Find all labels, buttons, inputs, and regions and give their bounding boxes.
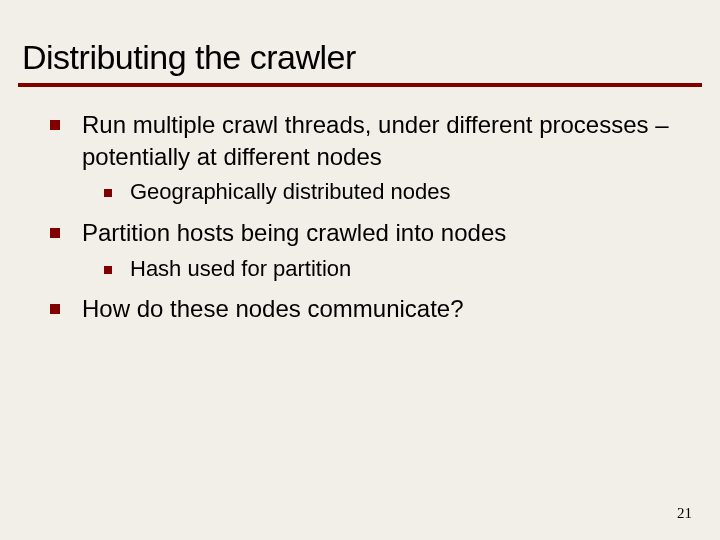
square-bullet-icon <box>50 304 60 314</box>
slide: Distributing the crawler Run multiple cr… <box>0 0 720 540</box>
list-item-text: Partition hosts being crawled into nodes <box>82 217 506 249</box>
square-bullet-icon <box>50 120 60 130</box>
list-subitem: Hash used for partition <box>104 255 670 284</box>
list-subitem-text: Geographically distributed nodes <box>130 178 450 207</box>
square-bullet-icon <box>104 189 112 197</box>
list-item-text: Run multiple crawl threads, under differ… <box>82 109 670 172</box>
list-subitem-text: Hash used for partition <box>130 255 351 284</box>
square-bullet-icon <box>104 266 112 274</box>
list-item-text: How do these nodes communicate? <box>82 293 464 325</box>
list-item: Partition hosts being crawled into nodes <box>50 217 670 249</box>
square-bullet-icon <box>50 228 60 238</box>
list-item: Run multiple crawl threads, under differ… <box>50 109 670 172</box>
page-number: 21 <box>677 505 692 522</box>
list-item: How do these nodes communicate? <box>50 293 670 325</box>
list-subitem: Geographically distributed nodes <box>104 178 670 207</box>
slide-title: Distributing the crawler <box>0 0 720 83</box>
slide-content: Run multiple crawl threads, under differ… <box>0 87 720 325</box>
